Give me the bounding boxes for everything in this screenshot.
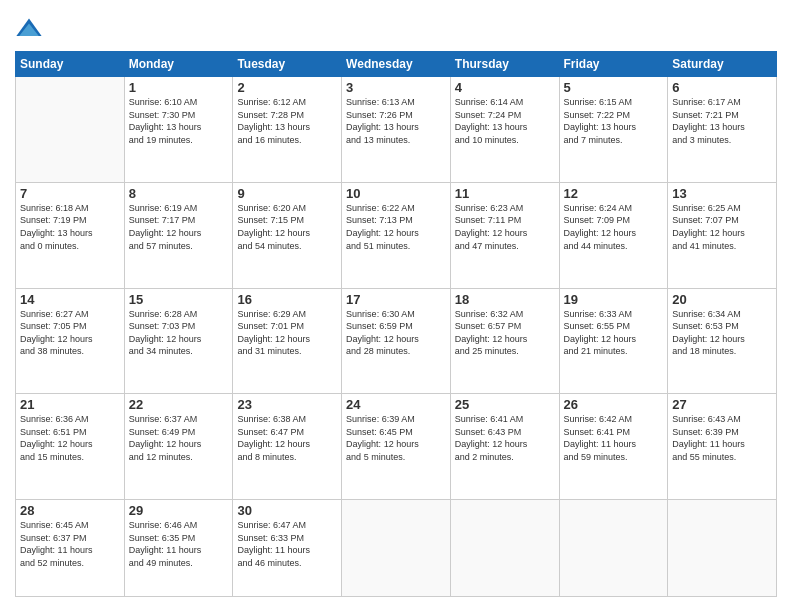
- day-number: 12: [564, 186, 664, 201]
- day-info: Sunrise: 6:43 AM Sunset: 6:39 PM Dayligh…: [672, 413, 772, 463]
- calendar-cell: 21Sunrise: 6:36 AM Sunset: 6:51 PM Dayli…: [16, 394, 125, 500]
- day-number: 3: [346, 80, 446, 95]
- day-number: 29: [129, 503, 229, 518]
- day-number: 18: [455, 292, 555, 307]
- day-number: 7: [20, 186, 120, 201]
- day-number: 25: [455, 397, 555, 412]
- day-info: Sunrise: 6:37 AM Sunset: 6:49 PM Dayligh…: [129, 413, 229, 463]
- day-header-sunday: Sunday: [16, 52, 125, 77]
- day-info: Sunrise: 6:33 AM Sunset: 6:55 PM Dayligh…: [564, 308, 664, 358]
- calendar-week-1: 7Sunrise: 6:18 AM Sunset: 7:19 PM Daylig…: [16, 182, 777, 288]
- day-info: Sunrise: 6:18 AM Sunset: 7:19 PM Dayligh…: [20, 202, 120, 252]
- header: [15, 15, 777, 43]
- day-info: Sunrise: 6:23 AM Sunset: 7:11 PM Dayligh…: [455, 202, 555, 252]
- day-info: Sunrise: 6:32 AM Sunset: 6:57 PM Dayligh…: [455, 308, 555, 358]
- day-info: Sunrise: 6:42 AM Sunset: 6:41 PM Dayligh…: [564, 413, 664, 463]
- calendar-cell: 8Sunrise: 6:19 AM Sunset: 7:17 PM Daylig…: [124, 182, 233, 288]
- calendar-header-row: SundayMondayTuesdayWednesdayThursdayFrid…: [16, 52, 777, 77]
- day-info: Sunrise: 6:19 AM Sunset: 7:17 PM Dayligh…: [129, 202, 229, 252]
- day-number: 13: [672, 186, 772, 201]
- day-number: 6: [672, 80, 772, 95]
- day-number: 17: [346, 292, 446, 307]
- day-info: Sunrise: 6:46 AM Sunset: 6:35 PM Dayligh…: [129, 519, 229, 569]
- calendar-cell: 11Sunrise: 6:23 AM Sunset: 7:11 PM Dayli…: [450, 182, 559, 288]
- day-number: 21: [20, 397, 120, 412]
- day-info: Sunrise: 6:47 AM Sunset: 6:33 PM Dayligh…: [237, 519, 337, 569]
- day-number: 28: [20, 503, 120, 518]
- calendar-cell: [342, 500, 451, 597]
- calendar-cell: 3Sunrise: 6:13 AM Sunset: 7:26 PM Daylig…: [342, 77, 451, 183]
- day-number: 15: [129, 292, 229, 307]
- calendar-cell: 25Sunrise: 6:41 AM Sunset: 6:43 PM Dayli…: [450, 394, 559, 500]
- logo: [15, 15, 47, 43]
- calendar-cell: 18Sunrise: 6:32 AM Sunset: 6:57 PM Dayli…: [450, 288, 559, 394]
- day-number: 4: [455, 80, 555, 95]
- day-info: Sunrise: 6:39 AM Sunset: 6:45 PM Dayligh…: [346, 413, 446, 463]
- calendar-cell: [559, 500, 668, 597]
- day-info: Sunrise: 6:27 AM Sunset: 7:05 PM Dayligh…: [20, 308, 120, 358]
- day-number: 24: [346, 397, 446, 412]
- calendar-week-0: 1Sunrise: 6:10 AM Sunset: 7:30 PM Daylig…: [16, 77, 777, 183]
- day-number: 16: [237, 292, 337, 307]
- day-number: 19: [564, 292, 664, 307]
- day-info: Sunrise: 6:34 AM Sunset: 6:53 PM Dayligh…: [672, 308, 772, 358]
- day-header-wednesday: Wednesday: [342, 52, 451, 77]
- calendar-cell: 6Sunrise: 6:17 AM Sunset: 7:21 PM Daylig…: [668, 77, 777, 183]
- day-number: 5: [564, 80, 664, 95]
- calendar-week-2: 14Sunrise: 6:27 AM Sunset: 7:05 PM Dayli…: [16, 288, 777, 394]
- day-number: 2: [237, 80, 337, 95]
- day-info: Sunrise: 6:25 AM Sunset: 7:07 PM Dayligh…: [672, 202, 772, 252]
- day-info: Sunrise: 6:29 AM Sunset: 7:01 PM Dayligh…: [237, 308, 337, 358]
- calendar-cell: 2Sunrise: 6:12 AM Sunset: 7:28 PM Daylig…: [233, 77, 342, 183]
- calendar-cell: 15Sunrise: 6:28 AM Sunset: 7:03 PM Dayli…: [124, 288, 233, 394]
- calendar-cell: 30Sunrise: 6:47 AM Sunset: 6:33 PM Dayli…: [233, 500, 342, 597]
- day-info: Sunrise: 6:12 AM Sunset: 7:28 PM Dayligh…: [237, 96, 337, 146]
- calendar-cell: 12Sunrise: 6:24 AM Sunset: 7:09 PM Dayli…: [559, 182, 668, 288]
- day-header-monday: Monday: [124, 52, 233, 77]
- day-info: Sunrise: 6:22 AM Sunset: 7:13 PM Dayligh…: [346, 202, 446, 252]
- calendar-cell: 26Sunrise: 6:42 AM Sunset: 6:41 PM Dayli…: [559, 394, 668, 500]
- logo-icon: [15, 15, 43, 43]
- day-info: Sunrise: 6:24 AM Sunset: 7:09 PM Dayligh…: [564, 202, 664, 252]
- day-number: 11: [455, 186, 555, 201]
- calendar-cell: 13Sunrise: 6:25 AM Sunset: 7:07 PM Dayli…: [668, 182, 777, 288]
- day-number: 10: [346, 186, 446, 201]
- calendar-cell: 4Sunrise: 6:14 AM Sunset: 7:24 PM Daylig…: [450, 77, 559, 183]
- calendar-cell: [16, 77, 125, 183]
- day-info: Sunrise: 6:13 AM Sunset: 7:26 PM Dayligh…: [346, 96, 446, 146]
- calendar-cell: 5Sunrise: 6:15 AM Sunset: 7:22 PM Daylig…: [559, 77, 668, 183]
- calendar-cell: 19Sunrise: 6:33 AM Sunset: 6:55 PM Dayli…: [559, 288, 668, 394]
- day-info: Sunrise: 6:20 AM Sunset: 7:15 PM Dayligh…: [237, 202, 337, 252]
- calendar-cell: [450, 500, 559, 597]
- day-header-friday: Friday: [559, 52, 668, 77]
- calendar-cell: 16Sunrise: 6:29 AM Sunset: 7:01 PM Dayli…: [233, 288, 342, 394]
- day-number: 27: [672, 397, 772, 412]
- day-info: Sunrise: 6:28 AM Sunset: 7:03 PM Dayligh…: [129, 308, 229, 358]
- day-info: Sunrise: 6:41 AM Sunset: 6:43 PM Dayligh…: [455, 413, 555, 463]
- calendar-cell: 20Sunrise: 6:34 AM Sunset: 6:53 PM Dayli…: [668, 288, 777, 394]
- day-info: Sunrise: 6:36 AM Sunset: 6:51 PM Dayligh…: [20, 413, 120, 463]
- day-info: Sunrise: 6:10 AM Sunset: 7:30 PM Dayligh…: [129, 96, 229, 146]
- calendar-cell: 23Sunrise: 6:38 AM Sunset: 6:47 PM Dayli…: [233, 394, 342, 500]
- day-number: 23: [237, 397, 337, 412]
- day-header-tuesday: Tuesday: [233, 52, 342, 77]
- calendar-cell: 14Sunrise: 6:27 AM Sunset: 7:05 PM Dayli…: [16, 288, 125, 394]
- calendar-cell: 27Sunrise: 6:43 AM Sunset: 6:39 PM Dayli…: [668, 394, 777, 500]
- calendar-week-4: 28Sunrise: 6:45 AM Sunset: 6:37 PM Dayli…: [16, 500, 777, 597]
- day-number: 26: [564, 397, 664, 412]
- calendar-cell: 22Sunrise: 6:37 AM Sunset: 6:49 PM Dayli…: [124, 394, 233, 500]
- day-number: 14: [20, 292, 120, 307]
- day-number: 30: [237, 503, 337, 518]
- page: SundayMondayTuesdayWednesdayThursdayFrid…: [0, 0, 792, 612]
- day-info: Sunrise: 6:15 AM Sunset: 7:22 PM Dayligh…: [564, 96, 664, 146]
- day-header-saturday: Saturday: [668, 52, 777, 77]
- calendar-cell: 17Sunrise: 6:30 AM Sunset: 6:59 PM Dayli…: [342, 288, 451, 394]
- calendar-cell: 9Sunrise: 6:20 AM Sunset: 7:15 PM Daylig…: [233, 182, 342, 288]
- calendar-cell: 29Sunrise: 6:46 AM Sunset: 6:35 PM Dayli…: [124, 500, 233, 597]
- day-info: Sunrise: 6:38 AM Sunset: 6:47 PM Dayligh…: [237, 413, 337, 463]
- day-number: 22: [129, 397, 229, 412]
- calendar-cell: 1Sunrise: 6:10 AM Sunset: 7:30 PM Daylig…: [124, 77, 233, 183]
- day-number: 9: [237, 186, 337, 201]
- day-info: Sunrise: 6:45 AM Sunset: 6:37 PM Dayligh…: [20, 519, 120, 569]
- calendar-week-3: 21Sunrise: 6:36 AM Sunset: 6:51 PM Dayli…: [16, 394, 777, 500]
